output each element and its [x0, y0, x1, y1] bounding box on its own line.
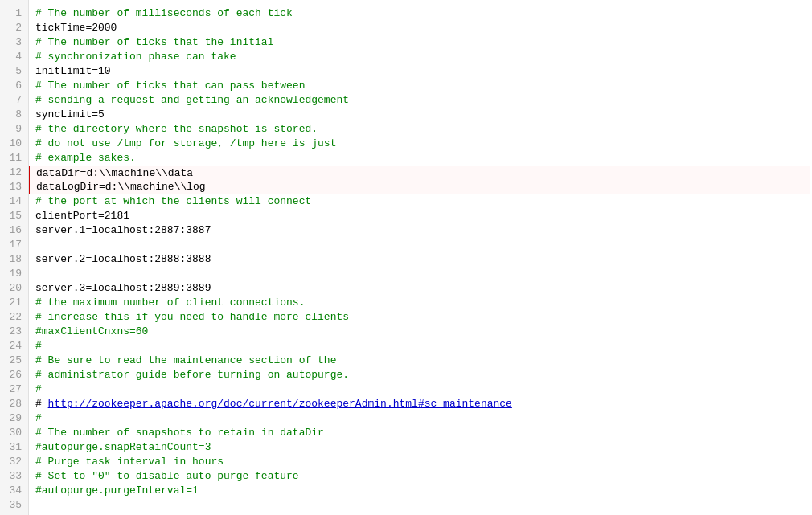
- line-number: 28: [0, 397, 28, 411]
- code-line: dataLogDir=d:\\machine\\log: [29, 180, 810, 194]
- code-line: #autopurge.purgeInterval=1: [29, 484, 812, 498]
- code-line: initLimit=10: [29, 64, 812, 79]
- line-number: 4: [0, 50, 28, 64]
- code-line: # The number of ticks that the initial: [29, 35, 812, 50]
- code-line: tickTime=2000: [29, 21, 812, 35]
- code-line: server.3=localhost:2889:3889: [29, 281, 812, 296]
- line-number: 35: [0, 498, 28, 513]
- maintenance-link[interactable]: http://zookeeper.apache.org/doc/current/…: [48, 398, 512, 410]
- line-number: 16: [0, 223, 28, 238]
- line-numbers: 1234567891011121314151617181920212223242…: [0, 0, 29, 515]
- line-number: 11: [0, 151, 28, 166]
- code-line: # Purge task interval in hours: [29, 455, 812, 469]
- line-number: 6: [0, 79, 28, 93]
- code-line: [29, 498, 812, 513]
- line-number: 8: [0, 108, 28, 122]
- line-number: 13: [0, 180, 28, 194]
- line-number: 29: [0, 411, 28, 426]
- code-line: #: [29, 382, 812, 397]
- line-number: 1: [0, 6, 28, 21]
- code-line: server.2=localhost:2888:3888: [29, 252, 812, 267]
- line-number: 12: [0, 166, 28, 180]
- line-number: 15: [0, 209, 28, 223]
- line-number: 30: [0, 426, 28, 440]
- code-line: # administrator guide before turning on …: [29, 368, 812, 382]
- code-line: # http://zookeeper.apache.org/doc/curren…: [29, 397, 812, 411]
- editor-container: 1234567891011121314151617181920212223242…: [0, 0, 812, 515]
- line-number: 34: [0, 484, 28, 498]
- line-number: 3: [0, 35, 28, 50]
- code-line: #autopurge.snapRetainCount=3: [29, 440, 812, 455]
- code-line: # Set to "0" to disable auto purge featu…: [29, 469, 812, 484]
- code-line: # increase this if you need to handle mo…: [29, 310, 812, 325]
- code-line: [29, 238, 812, 252]
- code-line: # do not use /tmp for storage, /tmp here…: [29, 137, 812, 151]
- code-line: syncLimit=5: [29, 108, 812, 122]
- code-line: #: [29, 339, 812, 354]
- line-number: 22: [0, 310, 28, 325]
- code-line: # example sakes.: [29, 151, 812, 166]
- line-number: 32: [0, 455, 28, 469]
- code-line: [29, 267, 812, 281]
- line-number: 20: [0, 281, 28, 296]
- line-number: 2: [0, 21, 28, 35]
- code-line: # synchronization phase can take: [29, 50, 812, 64]
- line-number: 10: [0, 137, 28, 151]
- line-number: 9: [0, 122, 28, 137]
- code-line: # the maximum number of client connectio…: [29, 296, 812, 310]
- code-line: #maxClientCnxns=60: [29, 325, 812, 339]
- line-number: 5: [0, 64, 28, 79]
- code-line: clientPort=2181: [29, 209, 812, 223]
- line-number: 33: [0, 469, 28, 484]
- line-number: 14: [0, 194, 28, 209]
- code-line: # The number of ticks that can pass betw…: [29, 79, 812, 93]
- line-number: 21: [0, 296, 28, 310]
- code-line: # The number of snapshots to retain in d…: [29, 426, 812, 440]
- code-line: # Be sure to read the maintenance sectio…: [29, 354, 812, 368]
- line-number: 27: [0, 382, 28, 397]
- code-line: # the directory where the snapshot is st…: [29, 122, 812, 137]
- line-number: 7: [0, 93, 28, 108]
- code-area[interactable]: # The number of milliseconds of each tic…: [29, 0, 812, 515]
- line-number: 26: [0, 368, 28, 382]
- code-line: dataDir=d:\\machine\\data: [29, 166, 810, 180]
- line-number: 24: [0, 339, 28, 354]
- code-line: #: [29, 411, 812, 426]
- code-line: # The number of milliseconds of each tic…: [29, 6, 812, 21]
- line-number: 31: [0, 440, 28, 455]
- line-number: 19: [0, 267, 28, 281]
- code-line: server.1=localhost:2887:3887: [29, 223, 812, 238]
- line-number: 17: [0, 238, 28, 252]
- code-line: # the port at which the clients will con…: [29, 194, 812, 209]
- line-number: 23: [0, 325, 28, 339]
- line-number: 18: [0, 252, 28, 267]
- code-line: # sending a request and getting an ackno…: [29, 93, 812, 108]
- line-number: 25: [0, 354, 28, 368]
